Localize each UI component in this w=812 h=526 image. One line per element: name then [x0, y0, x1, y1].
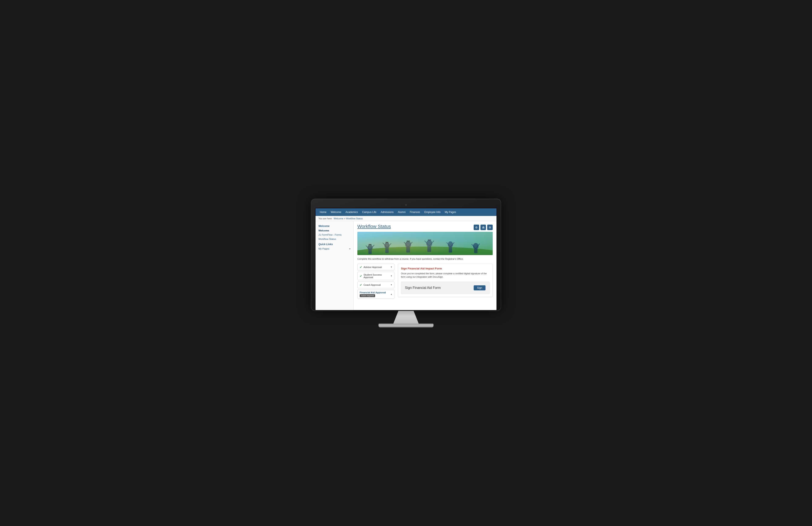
coach-step-label: ✔ Coach Approval — [360, 283, 381, 287]
monitor-wrapper: Home Welcome Academics Campus Life Admis… — [311, 199, 501, 327]
gear-icon-button[interactable]: ⚙ — [474, 225, 479, 230]
breadcrumb: You are here: Welcome > Workflow Status — [316, 216, 496, 221]
workflow-step-advisor: ✔ Advisor Approval ▾ — [357, 264, 394, 270]
screen: Home Welcome Academics Campus Life Admis… — [315, 208, 497, 311]
advisor-step-text: Advisor Approval — [363, 266, 382, 268]
nav-employee-info[interactable]: Employee Info — [422, 208, 443, 216]
nav-campus-life[interactable]: Campus Life — [360, 208, 378, 216]
nav-admissions[interactable]: Admissions — [378, 208, 396, 216]
webcam-icon — [405, 204, 407, 206]
breadcrumb-home[interactable]: Welcome — [334, 217, 344, 220]
hero-overlay — [357, 232, 493, 255]
content-area: Workflow Status ⚙ 🖶 ⚙ — [353, 221, 496, 310]
breadcrumb-separator: > — [344, 217, 346, 220]
hero-image — [357, 232, 493, 255]
coach-chevron-icon: ▾ — [391, 283, 392, 286]
nav-academics[interactable]: Academics — [344, 208, 360, 216]
financial-aid-chevron-icon: ▴ — [391, 293, 392, 296]
sign-form-title: Sign Financial Aid Form — [405, 286, 441, 290]
monitor-frame: Home Welcome Academics Campus Life Admis… — [311, 199, 501, 311]
nav-finances[interactable]: Finances — [408, 208, 422, 216]
workflow-step-coach: ✔ Coach Approval ▾ — [357, 282, 394, 288]
student-success-chevron-icon: ▾ — [391, 274, 392, 277]
breadcrumb-current[interactable]: Workflow Status — [346, 217, 363, 220]
sidebar-my-pages[interactable]: My Pages ▾ — [316, 246, 353, 251]
page-title: Workflow Status — [357, 224, 391, 229]
breadcrumb-prefix: You are here: — [318, 217, 332, 220]
advisor-check-icon: ✔ — [360, 266, 362, 269]
monitor-stand-foot — [378, 324, 434, 327]
sidebar-item-workflow-status[interactable]: Workflow Status — [316, 237, 353, 241]
sidebar-my-pages-chevron-icon: ▾ — [349, 248, 350, 250]
advisor-step-label: ✔ Advisor Approval — [360, 266, 382, 269]
coach-step-text: Coach Approval — [363, 284, 381, 286]
nav-welcome[interactable]: Welcome — [329, 208, 344, 216]
header-icons: ⚙ 🖶 ⚙ — [474, 225, 493, 230]
advisor-chevron-icon: ▾ — [391, 266, 392, 268]
detail-panel-description: Once you've completed the form, please c… — [401, 272, 490, 279]
sign-button[interactable]: Sign — [474, 285, 485, 290]
sidebar-quick-links-label: Quick Links — [316, 241, 353, 246]
nav-my-pages[interactable]: My Pages — [443, 208, 458, 216]
workflow-step-student-success: ✔ Student Success Approval ▾ — [357, 272, 394, 280]
workflow-step-financial-aid-header[interactable]: Financial Aid Approval Action required ▴ — [358, 290, 394, 299]
sidebar-section-title: Welcome — [316, 223, 353, 228]
monitor-bezel-top — [315, 203, 497, 208]
workflow-step-coach-header[interactable]: ✔ Coach Approval ▾ — [358, 282, 394, 288]
nav-home[interactable]: Home — [318, 208, 329, 216]
sidebar: Welcome Welcome J1 FormFlow - Forms Work… — [316, 221, 353, 310]
workflow-step-student-success-header[interactable]: ✔ Student Success Approval ▾ — [358, 272, 394, 280]
student-success-step-label: ✔ Student Success Approval — [360, 273, 391, 279]
monitor-stand-connector — [393, 311, 419, 324]
print-icon-button[interactable]: 🖶 — [480, 225, 486, 230]
financial-aid-header-inner: Financial Aid Approval Action required — [360, 291, 386, 297]
sidebar-my-pages-label: My Pages — [318, 247, 329, 250]
action-required-badge: Action required — [360, 294, 375, 297]
student-success-check-icon: ✔ — [360, 274, 362, 278]
workflow-steps: ✔ Advisor Approval ▾ ✔ — [357, 264, 394, 299]
main-layout: Welcome Welcome J1 FormFlow - Forms Work… — [316, 221, 496, 310]
workflow-step-financial-aid: Financial Aid Approval Action required ▴ — [357, 289, 394, 299]
detail-panel-title: Sign Financial Aid Impact Form — [401, 267, 490, 270]
sidebar-item-welcome[interactable]: Welcome — [316, 228, 353, 233]
workflow-step-advisor-header[interactable]: ✔ Advisor Approval ▾ — [358, 264, 394, 270]
sidebar-item-j1-formflow[interactable]: J1 FormFlow - Forms — [316, 233, 353, 237]
top-nav: Home Welcome Academics Campus Life Admis… — [316, 208, 496, 216]
student-success-step-text: Student Success Approval — [363, 273, 391, 279]
workflow-container: ✔ Advisor Approval ▾ ✔ — [357, 264, 493, 299]
nav-alumni[interactable]: Alumni — [396, 208, 408, 216]
coach-check-icon: ✔ — [360, 283, 362, 287]
sign-form-box: Sign Financial Aid Form Sign — [401, 282, 490, 294]
workflow-detail-panel: Sign Financial Aid Impact Form Once you'… — [398, 264, 493, 297]
settings2-icon-button[interactable]: ⚙ — [487, 225, 493, 230]
financial-aid-step-text: Financial Aid Approval — [360, 291, 386, 294]
hero-description: Complete this workflow to withdraw from … — [357, 257, 493, 261]
financial-aid-step-label: Financial Aid Approval — [360, 291, 386, 294]
page-header: Workflow Status ⚙ 🖶 ⚙ — [357, 224, 493, 230]
